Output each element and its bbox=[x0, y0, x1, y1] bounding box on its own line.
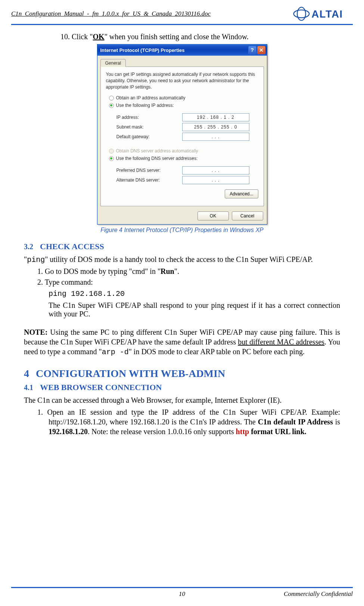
dialog-titlebar: Internet Protocol (TCP/IP) Properties ? … bbox=[97, 44, 267, 56]
page-number: 10 bbox=[179, 590, 185, 598]
radio-icon bbox=[109, 96, 114, 101]
subnet-label: Subnet mask: bbox=[116, 124, 182, 130]
figure-caption: Figure 4 Internet Protocol (TCP/IP) Prop… bbox=[24, 227, 340, 234]
alternate-dns-input[interactable]: . . . bbox=[182, 176, 249, 184]
subnet-row: Subnet mask: 255 . 255 . 255 . 0 bbox=[116, 123, 258, 131]
advanced-button[interactable]: Advanced... bbox=[225, 189, 258, 198]
footer-row: 10 Commercially Confidential bbox=[11, 590, 353, 598]
doc-filename: C1n_Configuration_Manual_-_fm_1.0.0.x_fo… bbox=[11, 10, 211, 18]
section-4-1-heading: 4.1WEB BROWSER CONNECTION bbox=[24, 383, 340, 392]
gateway-label: Default gateway: bbox=[116, 134, 182, 139]
svg-point-1 bbox=[297, 7, 305, 20]
svg-point-0 bbox=[294, 10, 309, 18]
http-red: http bbox=[236, 427, 249, 436]
gateway-row: Default gateway: . . . bbox=[116, 133, 258, 141]
subnet-input[interactable]: 255 . 255 . 255 . 0 bbox=[182, 123, 249, 131]
ip-label: IP address: bbox=[116, 115, 182, 120]
footer-rule bbox=[11, 587, 353, 588]
radio-auto-ip[interactable]: Obtain an IP address automatically bbox=[109, 95, 258, 101]
ok-emphasis: OK bbox=[93, 33, 105, 41]
ip-fields: IP address: 192 . 168 . 1 . 2 Subnet mas… bbox=[106, 110, 258, 146]
step-3-2-2: 2. Type command: bbox=[24, 278, 340, 287]
section-3-2-heading: 3.2CHECK ACCESS bbox=[24, 242, 340, 251]
logo: ALTAI bbox=[293, 5, 353, 22]
svg-text:ALTAI: ALTAI bbox=[312, 8, 343, 20]
dns-fields: Preferred DNS server: . . . Alternate DN… bbox=[106, 163, 258, 189]
alternate-dns-label: Alternate DNS server: bbox=[116, 177, 182, 183]
dialog-title: Internet Protocol (TCP/IP) Properties bbox=[100, 47, 248, 53]
tab-panel: You can get IP settings assigned automat… bbox=[100, 67, 264, 206]
section-4-heading: 4CONFIGURATION WITH WEB-ADMIN bbox=[24, 368, 340, 380]
radio-auto-dns: Obtain DNS server address automatically bbox=[109, 148, 258, 154]
step-3-2-1: 1. Go to DOS mode by typing "cmd" in "Ru… bbox=[24, 267, 340, 276]
radio-icon bbox=[109, 103, 114, 108]
gateway-input[interactable]: . . . bbox=[182, 133, 249, 141]
radio-icon bbox=[109, 156, 114, 161]
radio-icon bbox=[109, 149, 114, 154]
screenshot-figure: Internet Protocol (TCP/IP) Properties ? … bbox=[24, 44, 340, 225]
advanced-row: Advanced... bbox=[106, 189, 258, 201]
ping-command: ping 192.168.1.20 bbox=[24, 290, 340, 298]
help-icon[interactable]: ? bbox=[248, 46, 256, 54]
page-header: C1n_Configuration_Manual_-_fm_1.0.0.x_fo… bbox=[0, 0, 364, 24]
cancel-button[interactable]: Cancel bbox=[232, 211, 263, 220]
body-content: 10. Click "OK" when you finish setting a… bbox=[0, 25, 364, 436]
tcpip-dialog: Internet Protocol (TCP/IP) Properties ? … bbox=[97, 44, 267, 225]
dialog-description: You can get IP settings assigned automat… bbox=[106, 71, 258, 90]
tab-general[interactable]: General bbox=[100, 59, 126, 67]
ip-address-input[interactable]: 192 . 168 . 1 . 2 bbox=[182, 113, 249, 121]
confidential-label: Commercially Confidential bbox=[284, 590, 353, 598]
note-paragraph: NOTE: Using the same PC to ping differen… bbox=[24, 327, 340, 357]
para-4-1-intro: The C1n can be accessed through a Web Br… bbox=[24, 395, 340, 405]
page-footer: 10 Commercially Confidential bbox=[11, 587, 353, 598]
radio-use-ip[interactable]: Use the following IP address: bbox=[109, 103, 258, 108]
close-icon[interactable]: ✕ bbox=[257, 46, 265, 54]
step-4-1-1: 1. Open an IE session and type the IP ad… bbox=[24, 407, 340, 436]
preferred-dns-label: Preferred DNS server: bbox=[116, 168, 182, 173]
altai-logo-icon: ALTAI bbox=[293, 6, 353, 22]
preferred-dns-input[interactable]: . . . bbox=[182, 166, 249, 174]
ping-response-text: The C1n Super WiFi CPE/AP shall respond … bbox=[24, 301, 340, 318]
ok-button[interactable]: OK bbox=[197, 211, 229, 220]
alternate-dns-row: Alternate DNS server: . . . bbox=[116, 176, 258, 184]
para-ping-intro: "ping" utility of DOS mode is a handy to… bbox=[24, 254, 340, 265]
ip-address-row: IP address: 192 . 168 . 1 . 2 bbox=[116, 113, 258, 121]
tab-strip: General bbox=[97, 56, 267, 67]
step-10-text: 10. Click "OK" when you finish setting a… bbox=[24, 33, 340, 41]
preferred-dns-row: Preferred DNS server: . . . bbox=[116, 166, 258, 174]
radio-use-dns[interactable]: Use the following DNS server addresses: bbox=[109, 156, 258, 161]
dialog-footer: OK Cancel bbox=[97, 209, 267, 224]
